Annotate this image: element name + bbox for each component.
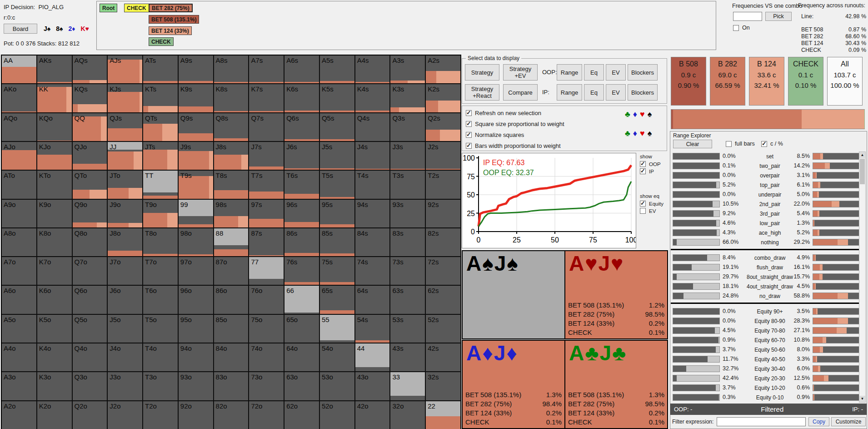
option-checkbox-2[interactable] <box>466 132 472 138</box>
range-row-overpair[interactable]: 0.0%overpair3.1% <box>671 171 860 180</box>
hand-cell-A6s[interactable]: A6s <box>284 56 320 84</box>
hand-cell-64s[interactable]: 64s <box>355 286 391 314</box>
hand-cell-QTo[interactable]: QTo <box>73 171 108 199</box>
hand-cell-92s[interactable]: 92s <box>426 200 461 228</box>
range-row-equity-0-10[interactable]: 0.3%Equity 0-100.9% <box>671 393 860 402</box>
option-row-1[interactable]: Square size proportional to weight <box>466 121 564 127</box>
hand-cell-Q4o[interactable]: Q4o <box>73 343 108 372</box>
combo-input[interactable] <box>733 12 762 21</box>
hand-cell-A4s[interactable]: A4s <box>355 56 391 84</box>
action-col-all[interactable]: All103.7 c100.00 % <box>827 57 863 106</box>
combo-tile-1[interactable]: A♥J♥BET 508 (135.1%)1.2%BET 282 (75%)98.… <box>564 250 668 339</box>
hand-cell-98s[interactable]: 98s <box>214 200 249 228</box>
hand-cell-J9o[interactable]: J9o <box>108 200 143 228</box>
hand-cell-88[interactable]: 88 <box>214 228 249 257</box>
hand-cell-AQo[interactable]: AQo <box>2 113 37 142</box>
hand-cell-KQs[interactable]: KQs <box>73 84 108 113</box>
hand-cell-85s[interactable]: 85s <box>320 228 355 257</box>
hand-cell-T9s[interactable]: T9s <box>179 171 214 199</box>
range-row-underpair[interactable]: 0.0%underpair5.0% <box>671 190 860 199</box>
hand-cell-T4o[interactable]: T4o <box>143 343 179 372</box>
pick-button[interactable]: Pick <box>765 12 792 21</box>
on-checkbox[interactable] <box>733 25 739 31</box>
hand-cell-63o[interactable]: 63o <box>284 372 320 401</box>
hand-cell-A9o[interactable]: A9o <box>2 200 37 228</box>
hand-cell-K3s[interactable]: K3s <box>390 84 426 113</box>
hand-cell-87o[interactable]: 87o <box>214 257 249 286</box>
hand-cell-K7o[interactable]: K7o <box>37 257 73 286</box>
hand-cell-Q6s[interactable]: Q6s <box>284 113 320 142</box>
hand-cell-QTs[interactable]: QTs <box>143 113 179 142</box>
hand-cell-AQs[interactable]: AQs <box>73 56 108 84</box>
club-suit-icon[interactable]: ♣ <box>625 110 630 119</box>
hand-cell-74o[interactable]: 74o <box>249 343 284 372</box>
action-col-b-282[interactable]: B 28269.0 c66.59 % <box>710 57 745 106</box>
hand-cell-J7s[interactable]: J7s <box>249 142 284 171</box>
hand-cell-T5s[interactable]: T5s <box>320 171 355 199</box>
hand-cell-K9o[interactable]: K9o <box>37 200 73 228</box>
show-ip-row[interactable]: IP <box>640 168 667 174</box>
range-row-equity-60-70[interactable]: 0.9%Equity 60-7010.8% <box>671 335 860 345</box>
hand-cell-K8s[interactable]: K8s <box>214 84 249 113</box>
hand-cell-Q7o[interactable]: Q7o <box>73 257 108 286</box>
hand-cell-94s[interactable]: 94s <box>355 200 391 228</box>
hand-cell-QJs[interactable]: QJs <box>108 113 143 142</box>
hand-cell-A8s[interactable]: A8s <box>214 56 249 84</box>
hand-cell-T2o[interactable]: T2o <box>143 401 179 429</box>
full-bars-row[interactable]: full bars <box>726 141 755 147</box>
hand-cell-84o[interactable]: 84o <box>214 343 249 372</box>
hand-cell-J5o[interactable]: J5o <box>108 315 143 343</box>
combo-tile-2[interactable]: A♦J♦BET 508 (135.1%)1.3%BET 282 (75%)98.… <box>462 340 565 429</box>
range-row-equity-10-20[interactable]: 3.7%Equity 10-200.6% <box>671 383 860 393</box>
hand-cell-JJ[interactable]: JJ <box>108 142 143 171</box>
hand-cell-K6o[interactable]: K6o <box>37 286 73 314</box>
ip-blockers-button[interactable]: Blockers <box>628 84 658 101</box>
hand-cell-22[interactable]: 22 <box>426 401 461 429</box>
show-ip-checkbox[interactable] <box>640 168 646 174</box>
hand-cell-85o[interactable]: 85o <box>214 315 249 343</box>
range-row-combo-draw[interactable]: 8.4%combo_draw4.9% <box>671 253 860 262</box>
hand-cell-Q9o[interactable]: Q9o <box>73 200 108 228</box>
hand-cell-Q4s[interactable]: Q4s <box>355 113 391 142</box>
hand-cell-A3s[interactable]: A3s <box>390 56 426 84</box>
hand-cell-73o[interactable]: 73o <box>249 372 284 401</box>
hand-cell-64o[interactable]: 64o <box>284 343 320 372</box>
full-bars-checkbox[interactable] <box>726 141 732 147</box>
tree-node-bet-508-135-1-[interactable]: BET 508 (135.1%) <box>149 15 199 24</box>
hand-cell-T2s[interactable]: T2s <box>426 171 461 199</box>
hand-cell-76o[interactable]: 76o <box>249 286 284 314</box>
hand-cell-65o[interactable]: 65o <box>284 315 320 343</box>
hand-cell-T4s[interactable]: T4s <box>355 171 391 199</box>
ip-ev-button[interactable]: EV <box>606 84 626 101</box>
option-checkbox-0[interactable] <box>466 110 472 116</box>
hand-cell-J9s[interactable]: J9s <box>179 142 214 171</box>
ip-eq-button[interactable]: Eq <box>584 84 604 101</box>
hand-cell-96s[interactable]: 96s <box>284 200 320 228</box>
hand-cell-92o[interactable]: 92o <box>179 401 214 429</box>
option-checkbox-3[interactable] <box>466 143 472 149</box>
hand-cell-K6s[interactable]: K6s <box>284 84 320 113</box>
hand-cell-Q2s[interactable]: Q2s <box>426 113 461 142</box>
hand-cell-95o[interactable]: 95o <box>179 315 214 343</box>
hand-cell-QQ[interactable]: QQ <box>73 113 108 142</box>
hand-cell-Q8o[interactable]: Q8o <box>73 228 108 257</box>
hand-cell-AKs[interactable]: AKs <box>37 56 73 84</box>
range-row-equity-90+[interactable]: 0.0%Equity 90+3.5% <box>671 307 860 316</box>
scroll-up-icon[interactable]: ▲ <box>859 152 865 158</box>
hand-cell-Q6o[interactable]: Q6o <box>73 286 108 314</box>
range-row-low-pair[interactable]: 4.6%low_pair1.3% <box>671 218 860 228</box>
hand-cell-75s[interactable]: 75s <box>320 257 355 286</box>
range-row-nothing[interactable]: 66.0%nothing29.2% <box>671 237 860 247</box>
option-checkbox-1[interactable] <box>466 121 472 127</box>
hand-cell-54o[interactable]: 54o <box>320 343 355 372</box>
oop-ev-button[interactable]: EV <box>606 64 626 81</box>
hand-cell-A7s[interactable]: A7s <box>249 56 284 84</box>
hand-cell-43o[interactable]: 43o <box>355 372 391 401</box>
hand-cell-KTs[interactable]: KTs <box>143 84 179 113</box>
hand-cell-J8o[interactable]: J8o <box>108 228 143 257</box>
hand-cell-KTo[interactable]: KTo <box>37 171 73 199</box>
scrollbar-thumb[interactable] <box>860 159 865 184</box>
hand-cell-JTs[interactable]: JTs <box>143 142 179 171</box>
hand-cell-J3o[interactable]: J3o <box>108 372 143 401</box>
hand-cell-77[interactable]: 77 <box>249 257 284 286</box>
